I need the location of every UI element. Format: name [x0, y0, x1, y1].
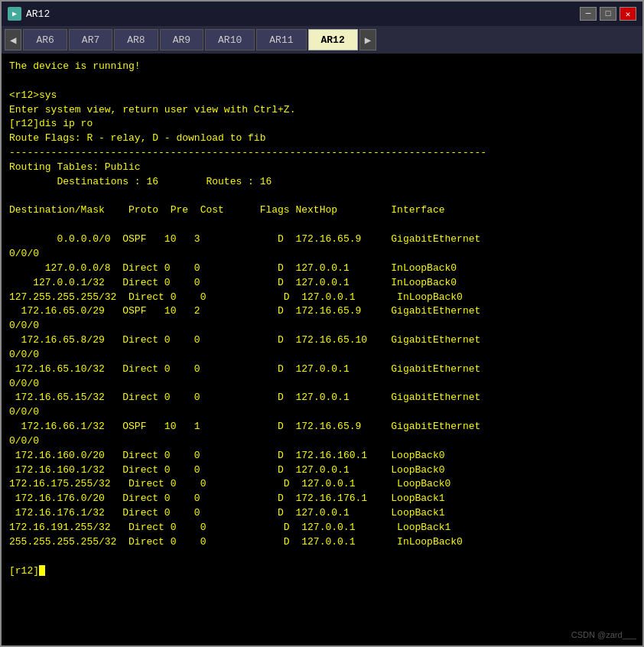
close-button[interactable]: ✕ [620, 7, 636, 21]
tab-ar6[interactable]: AR6 [23, 29, 67, 50]
title-bar: ▶ AR12 ─ □ ✕ [2, 2, 642, 26]
window-title: AR12 [26, 8, 50, 20]
tab-ar12[interactable]: AR12 [308, 29, 358, 50]
app-icon: ▶ [8, 7, 21, 21]
tab-ar8[interactable]: AR8 [114, 29, 158, 50]
watermark: CSDN @zard___ [571, 630, 636, 639]
tab-ar10[interactable]: AR10 [205, 29, 255, 50]
tab-prev-arrow[interactable]: ◀ [5, 29, 21, 50]
tab-ar9[interactable]: AR9 [160, 29, 203, 50]
terminal-cursor [39, 565, 45, 576]
main-window: ▶ AR12 ─ □ ✕ ◀ AR6 AR7 AR8 AR9 AR10 AR11… [0, 0, 644, 647]
tab-next-arrow[interactable]: ▶ [359, 29, 376, 50]
terminal-output: The device is running! <r12>sys Enter sy… [9, 60, 635, 578]
window-controls: ─ □ ✕ [580, 7, 636, 21]
terminal-area[interactable]: The device is running! <r12>sys Enter sy… [2, 54, 642, 645]
tab-ar7[interactable]: AR7 [69, 29, 112, 50]
maximize-button[interactable]: □ [600, 7, 616, 21]
minimize-button[interactable]: ─ [580, 7, 597, 21]
tab-bar: ◀ AR6 AR7 AR8 AR9 AR10 AR11 AR12 ▶ [2, 26, 642, 54]
title-bar-left: ▶ AR12 [8, 7, 50, 21]
tab-ar11[interactable]: AR11 [256, 29, 306, 50]
